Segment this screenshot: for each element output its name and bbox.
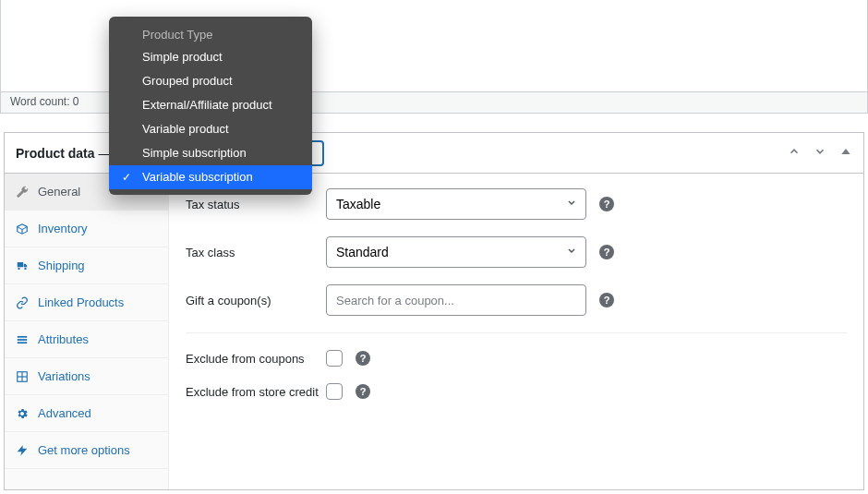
panel-header-controls	[788, 145, 852, 161]
help-tax-class[interactable]: ?	[599, 245, 614, 259]
sidebar-item-get-more-options[interactable]: Get more options	[5, 432, 168, 469]
move-up-icon[interactable]	[788, 145, 801, 161]
label-tax-status: Tax status	[186, 198, 326, 211]
product-type-option-variable[interactable]: Variable product	[109, 117, 312, 141]
select-tax-class[interactable]: Standard	[326, 236, 586, 268]
help-exclude-coupons[interactable]: ?	[356, 351, 370, 366]
label-exclude-coupons: Exclude from coupons	[186, 352, 326, 366]
product-type-option-grouped[interactable]: Grouped product	[109, 69, 312, 93]
truck-icon	[16, 259, 29, 272]
link-icon	[16, 296, 29, 309]
product-type-option-external[interactable]: External/Affiliate product	[109, 93, 312, 117]
svg-rect-3	[18, 342, 28, 343]
checkbox-exclude-store-credit[interactable]	[326, 383, 343, 400]
product-data-body: General Inventory Shipping Linked Produc…	[5, 174, 863, 489]
svg-marker-0	[841, 149, 850, 154]
label-tax-class: Tax class	[186, 246, 326, 259]
row-tax-class: Tax class Standard ?	[186, 236, 847, 268]
help-tax-status[interactable]: ?	[599, 197, 614, 211]
move-down-icon[interactable]	[814, 145, 826, 161]
grid-icon	[16, 370, 29, 383]
sidebar-item-linked-products[interactable]: Linked Products	[5, 284, 168, 321]
sidebar-item-variations[interactable]: Variations	[5, 358, 168, 395]
general-tab-content: Tax status Taxable ? Tax class Standard	[169, 174, 863, 489]
panel-title: Product data	[16, 146, 95, 161]
sidebar-item-label: Advanced	[38, 406, 91, 420]
product-data-tabs: General Inventory Shipping Linked Produc…	[5, 174, 169, 489]
select-tax-status[interactable]: Taxable	[326, 188, 586, 220]
sidebar-item-label: General	[38, 185, 80, 199]
product-type-dropdown[interactable]: Product Type Simple product Grouped prod…	[109, 17, 312, 195]
row-gift-coupon: Gift a coupon(s) ?	[186, 284, 847, 316]
sidebar-item-label: Variations	[38, 369, 90, 383]
help-exclude-store-credit[interactable]: ?	[356, 384, 370, 399]
sidebar-item-advanced[interactable]: Advanced	[5, 395, 168, 432]
list-icon	[16, 333, 29, 346]
product-type-option-simple-sub[interactable]: Simple subscription	[109, 141, 312, 165]
label-exclude-store-credit: Exclude from store credit	[186, 385, 326, 399]
bolt-icon	[16, 444, 29, 457]
sidebar-item-attributes[interactable]: Attributes	[5, 321, 168, 358]
label-gift-coupon: Gift a coupon(s)	[186, 294, 326, 307]
inventory-icon	[16, 223, 29, 235]
sidebar-item-shipping[interactable]: Shipping	[5, 247, 168, 284]
product-type-option-variable-sub[interactable]: Variable subscription	[109, 165, 312, 189]
product-type-option-simple[interactable]: Simple product	[109, 45, 312, 69]
svg-marker-7	[18, 445, 28, 456]
sidebar-item-label: Inventory	[38, 222, 87, 235]
sidebar-item-label: Shipping	[38, 259, 85, 272]
sidebar-item-inventory[interactable]: Inventory	[5, 211, 168, 247]
sidebar-item-label: Get more options	[38, 443, 130, 457]
divider	[186, 332, 847, 333]
input-gift-coupon[interactable]	[326, 284, 586, 316]
sidebar-item-label: Linked Products	[38, 295, 124, 309]
row-exclude-store-credit: Exclude from store credit ?	[186, 383, 847, 400]
gear-icon	[16, 407, 29, 420]
sidebar-item-label: Attributes	[38, 332, 89, 346]
svg-rect-2	[18, 339, 28, 341]
help-gift-coupon[interactable]: ?	[599, 293, 614, 307]
checkbox-exclude-coupons[interactable]	[326, 350, 343, 367]
panel-toggle-icon[interactable]	[839, 145, 852, 161]
row-exclude-coupons: Exclude from coupons ?	[186, 350, 847, 367]
dropdown-group-label: Product Type	[109, 22, 312, 45]
word-count-text: Word count: 0	[10, 95, 78, 108]
svg-rect-1	[18, 335, 28, 337]
wrench-icon	[16, 186, 29, 199]
